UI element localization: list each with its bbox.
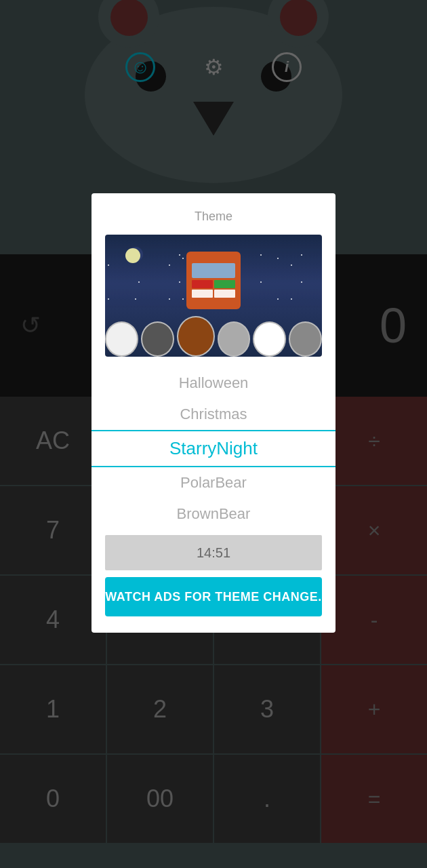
theme-item-polarbear[interactable]: PolarBear [92, 467, 336, 498]
theme-item-christmas[interactable]: Christmas [92, 399, 336, 430]
theme-list: Halloween Christmas StarryNight PolarBea… [92, 368, 336, 530]
watch-ads-label: WATCH ADS FOR THEME CHANGE. [105, 590, 322, 604]
preview-animals [105, 306, 322, 357]
theme-item-halloween[interactable]: Halloween [92, 368, 336, 399]
theme-item-brownbear[interactable]: BrownBear [92, 498, 336, 530]
animal-panda [253, 321, 286, 357]
preview-moon [125, 248, 140, 263]
preview-calculator [186, 252, 241, 309]
theme-modal: Theme [92, 193, 336, 633]
preview-calc-btns [192, 280, 235, 298]
preview-calc-screen [192, 263, 235, 278]
animal-polar [105, 321, 138, 357]
modal-title: Theme [195, 210, 232, 224]
preview-btn-1 [192, 280, 213, 288]
preview-btn-2 [214, 280, 235, 288]
animal-brown [177, 316, 215, 357]
animal-stripe [218, 321, 251, 357]
animal-dark [141, 321, 174, 357]
watch-ads-button[interactable]: WATCH ADS FOR THEME CHANGE. [105, 577, 322, 616]
timer-value: 14:51 [197, 545, 230, 561]
timer-bar: 14:51 [105, 535, 322, 570]
theme-preview-image [105, 235, 322, 357]
preview-btn-4 [214, 290, 235, 298]
modal-overlay: Theme [0, 0, 427, 868]
animal-raccoon [289, 321, 322, 357]
preview-btn-3 [192, 290, 213, 298]
theme-item-starrynight[interactable]: StarryNight [92, 430, 336, 467]
